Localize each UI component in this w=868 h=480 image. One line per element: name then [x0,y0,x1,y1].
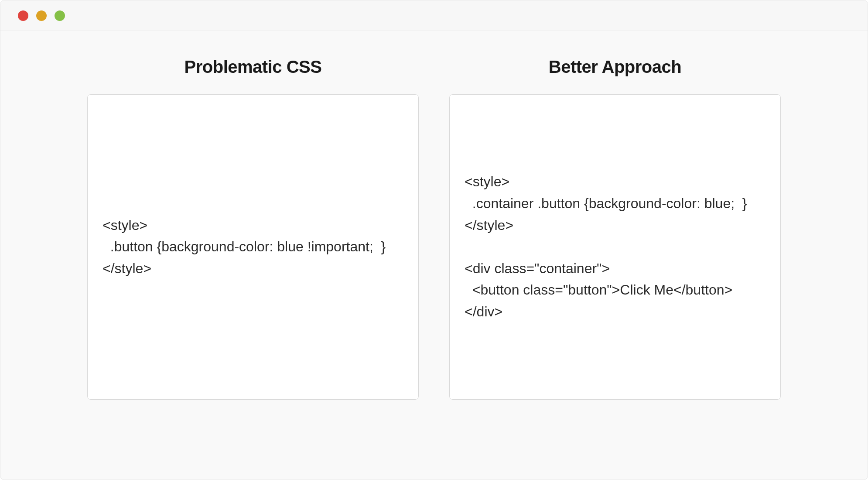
close-icon[interactable] [18,10,28,21]
left-column: Problematic CSS <style> .button {backgro… [87,57,419,400]
right-code: <style> .container .button {background-c… [465,171,765,322]
titlebar [0,0,868,31]
minimize-icon[interactable] [36,10,47,21]
window-frame: Problematic CSS <style> .button {backgro… [0,0,868,480]
right-code-box: <style> .container .button {background-c… [449,94,781,400]
right-heading: Better Approach [549,57,681,77]
right-column: Better Approach <style> .container .butt… [449,57,781,400]
content-area: Problematic CSS <style> .button {backgro… [0,31,868,435]
left-code-box: <style> .button {background-color: blue … [87,94,419,400]
left-code: <style> .button {background-color: blue … [103,215,403,280]
maximize-icon[interactable] [55,10,65,21]
left-heading: Problematic CSS [185,57,322,77]
